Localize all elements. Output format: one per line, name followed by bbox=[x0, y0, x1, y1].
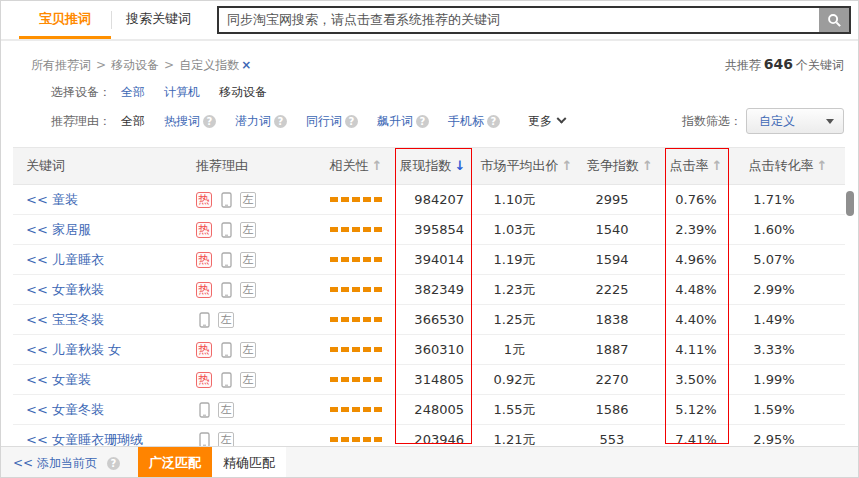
table-body: << 童装热左9842071.10元29950.76%1.71%<< 家居服热左… bbox=[13, 185, 845, 455]
relevance-bar-segment bbox=[363, 347, 371, 352]
sort-up-icon[interactable]: ↑ bbox=[712, 158, 723, 173]
relevance-bars bbox=[321, 227, 391, 232]
relevance-bar-segment bbox=[374, 317, 382, 322]
competition-index-value: 1838 bbox=[579, 312, 661, 327]
column-header[interactable]: 推荐理由 bbox=[183, 157, 321, 175]
impression-index-value: 203946 bbox=[391, 432, 474, 447]
index-filter-dropdown[interactable]: 自定义 bbox=[746, 108, 844, 134]
competition-index-value: 553 bbox=[579, 432, 661, 447]
relevance-bar-segment bbox=[341, 197, 349, 202]
device-option[interactable]: 移动设备 bbox=[219, 84, 267, 101]
reason-filter-label: 推荐理由： bbox=[51, 113, 111, 130]
column-header[interactable]: 相关性↑ bbox=[321, 157, 391, 175]
add-current-page-link[interactable]: << 添加当前页 bbox=[13, 455, 97, 472]
keyword-link[interactable]: << 女童冬装 bbox=[13, 401, 183, 419]
relevance-bars bbox=[321, 317, 391, 322]
relevance-bar-segment bbox=[363, 197, 371, 202]
relevance-bar-segment bbox=[330, 437, 338, 442]
help-icon[interactable]: ? bbox=[274, 115, 287, 128]
relevance-bar-segment bbox=[352, 227, 360, 232]
mobile-icon bbox=[218, 372, 234, 388]
breadcrumb-item[interactable]: 自定义指数 bbox=[179, 57, 239, 74]
table-row: << 儿童睡衣热左3940141.19元15944.96%5.07% bbox=[13, 245, 845, 275]
cvr-value: 1.71% bbox=[731, 192, 845, 207]
breadcrumb-item[interactable]: 移动设备 bbox=[111, 57, 159, 74]
reason-option[interactable]: 手机标? bbox=[448, 113, 500, 130]
keyword-link[interactable]: << 儿童睡衣 bbox=[13, 251, 183, 269]
relevance-bars bbox=[321, 407, 391, 412]
column-header[interactable]: 竞争指数↑ bbox=[579, 157, 661, 175]
help-icon[interactable]: ? bbox=[203, 115, 216, 128]
search-button[interactable] bbox=[819, 8, 849, 32]
sort-up-icon[interactable]: ↑ bbox=[562, 158, 573, 173]
mobile-icon bbox=[218, 252, 234, 268]
cvr-value: 1.49% bbox=[731, 312, 845, 327]
relevance-bar-segment bbox=[363, 257, 371, 262]
reason-option[interactable]: 同行词? bbox=[306, 113, 358, 130]
column-header[interactable]: 点击率↑ bbox=[661, 157, 731, 175]
impression-index-value: 314805 bbox=[391, 372, 474, 387]
tab-item-keyword-recommend[interactable]: 宝贝推词 bbox=[19, 1, 111, 39]
relevance-bars bbox=[321, 197, 391, 202]
column-header[interactable]: 关键词 bbox=[13, 157, 183, 175]
keyword-link[interactable]: << 童装 bbox=[13, 191, 183, 209]
relevance-bars bbox=[321, 437, 391, 442]
breadcrumb-separator: > bbox=[96, 58, 106, 72]
search-input[interactable] bbox=[219, 8, 819, 32]
help-icon[interactable]: ? bbox=[107, 457, 120, 470]
ctr-value: 3.50% bbox=[661, 372, 731, 387]
table-row: << 儿童秋装 女热左3603101元18874.11%3.33% bbox=[13, 335, 845, 365]
keyword-link[interactable]: << 宝宝冬装 bbox=[13, 311, 183, 329]
competition-index-value: 1594 bbox=[579, 252, 661, 267]
breadcrumb: 所有推荐词>移动设备>自定义指数× bbox=[31, 57, 251, 74]
breadcrumb-item[interactable]: 所有推荐词 bbox=[31, 57, 91, 74]
total-prefix: 共推荐 bbox=[725, 58, 761, 72]
keyword-link[interactable]: << 女童装 bbox=[13, 371, 183, 389]
mobile-icon bbox=[196, 402, 212, 418]
total-count: 646 bbox=[764, 56, 793, 72]
impression-index-value: 395854 bbox=[391, 222, 474, 237]
ctr-value: 4.48% bbox=[661, 282, 731, 297]
left-badge: 左 bbox=[240, 252, 256, 268]
relevance-bar-segment bbox=[374, 437, 382, 442]
broad-match-button[interactable]: 广泛匹配 bbox=[138, 447, 212, 478]
cvr-value: 2.95% bbox=[731, 432, 845, 447]
relevance-bar-segment bbox=[363, 287, 371, 292]
left-badge: 左 bbox=[240, 192, 256, 208]
sort-up-icon[interactable]: ↑ bbox=[817, 158, 828, 173]
relevance-bar-segment bbox=[330, 317, 338, 322]
left-badge: 左 bbox=[218, 402, 234, 418]
reason-badges: 热左 bbox=[183, 252, 321, 268]
column-header[interactable]: 点击转化率↑ bbox=[731, 157, 845, 175]
sort-down-icon[interactable]: ↓ bbox=[455, 158, 466, 173]
competition-index-value: 1887 bbox=[579, 342, 661, 357]
reason-option[interactable]: 热搜词? bbox=[164, 113, 216, 130]
breadcrumb-close-icon[interactable]: × bbox=[241, 58, 251, 72]
keyword-link[interactable]: << 女童秋装 bbox=[13, 281, 183, 299]
keyword-link[interactable]: << 家居服 bbox=[13, 221, 183, 239]
exact-match-button[interactable]: 精确匹配 bbox=[212, 447, 286, 478]
left-badge: 左 bbox=[240, 342, 256, 358]
column-header[interactable]: 展现指数↓ bbox=[391, 157, 474, 175]
scrollbar-thumb[interactable] bbox=[846, 191, 854, 216]
hot-badge: 热 bbox=[196, 192, 212, 208]
reason-option[interactable]: 全部 bbox=[121, 113, 145, 130]
tab-search-keywords[interactable]: 搜索关键词 bbox=[112, 1, 205, 39]
reason-option[interactable]: 潜力词? bbox=[235, 113, 287, 130]
market-avg-price-value: 1.19元 bbox=[474, 251, 579, 269]
column-header[interactable]: 市场平均出价↑ bbox=[474, 157, 579, 175]
more-filters-button[interactable]: 更多 bbox=[528, 113, 565, 130]
reason-option[interactable]: 飙升词? bbox=[377, 113, 429, 130]
device-option[interactable]: 全部 bbox=[121, 84, 145, 101]
keyword-link[interactable]: << 儿童秋装 女 bbox=[13, 341, 183, 359]
help-icon[interactable]: ? bbox=[487, 115, 500, 128]
ctr-value: 7.41% bbox=[661, 432, 731, 447]
left-badge: 左 bbox=[240, 372, 256, 388]
sort-up-icon[interactable]: ↑ bbox=[372, 158, 383, 173]
device-option[interactable]: 计算机 bbox=[164, 84, 200, 101]
help-icon[interactable]: ? bbox=[416, 115, 429, 128]
help-icon[interactable]: ? bbox=[345, 115, 358, 128]
add-prefix: << bbox=[13, 456, 33, 470]
sort-up-icon[interactable]: ↑ bbox=[642, 158, 653, 173]
relevance-bar-segment bbox=[341, 317, 349, 322]
